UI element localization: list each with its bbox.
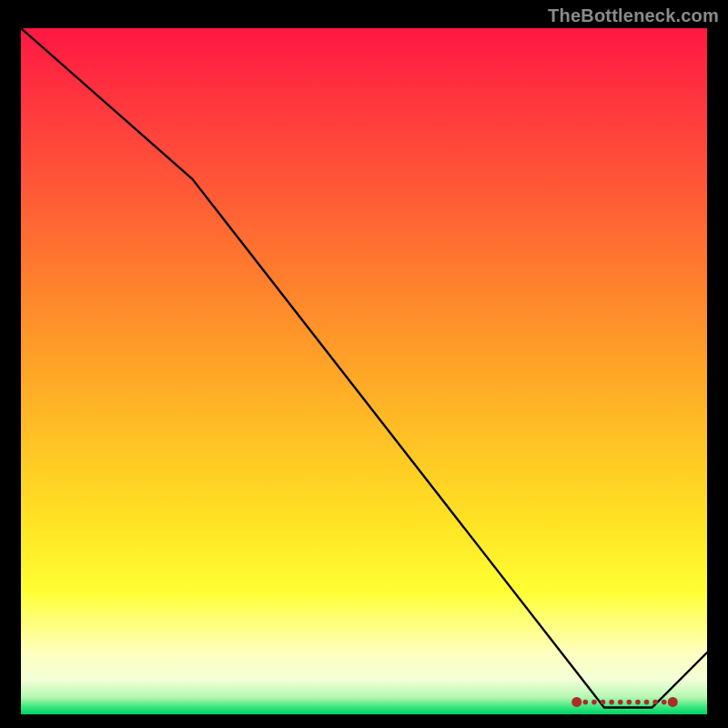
attribution-label: TheBottleneck.com [548, 5, 719, 26]
plot-area [21, 28, 707, 714]
chart-frame: TheBottleneck.com [0, 0, 728, 728]
